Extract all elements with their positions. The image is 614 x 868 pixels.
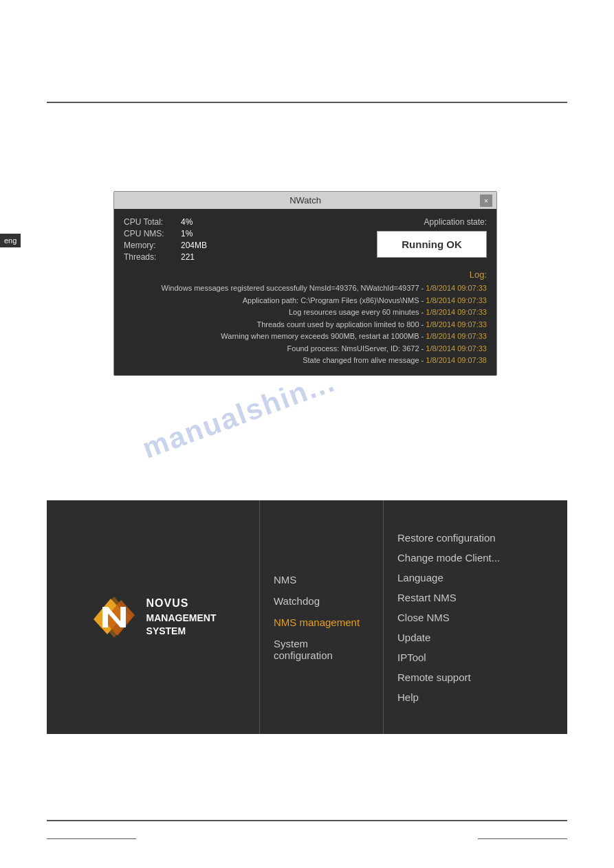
menu-right-item[interactable]: Change mode Client... (397, 552, 553, 564)
logo-line2: MANAGEMENT (146, 612, 217, 625)
menu-right-item[interactable]: Restart NMS (397, 592, 553, 603)
menu-left-item[interactable]: System configuration (274, 638, 369, 661)
bottom-divider (47, 820, 567, 821)
nwatch-main-content: CPU Total: 4% CPU NMS: 1% Memory: 204MB … (124, 217, 487, 264)
menu-left: NMSWatchdogNMS managementSystem configur… (260, 500, 384, 734)
log-entry: Threads count used by application limite… (124, 319, 487, 331)
log-entries: Windows messages registered successfully… (124, 282, 487, 366)
menu-left-item[interactable]: Watchdog (274, 595, 369, 607)
log-section: Log: Windows messages registered success… (124, 269, 487, 366)
menu-right-item[interactable]: IPTool (397, 652, 553, 663)
menu-left-item[interactable]: NMS (274, 574, 369, 586)
logo-line3: SYSTEM (146, 625, 217, 638)
log-entry: Log resources usage every 60 minutes - 1… (124, 307, 487, 318)
cpu-total-label: CPU Total: (124, 217, 175, 227)
nwatch-app-state-panel: Application state: Running OK (214, 217, 487, 264)
app-state-label: Application state: (214, 217, 487, 227)
threads-value: 221 (181, 252, 195, 262)
menu-right-item[interactable]: Help (397, 691, 553, 703)
novus-logo-icon (90, 593, 138, 641)
app-state-value: Running OK (377, 231, 487, 258)
logo-company: NOVUS (146, 596, 217, 611)
eng-tab-label: eng (4, 236, 17, 245)
watermark: manualshin... (138, 365, 340, 465)
logo-text: NOVUS MANAGEMENT SYSTEM (146, 596, 217, 638)
menu-area: NMSWatchdogNMS managementSystem configur… (260, 500, 567, 734)
menu-right-item[interactable]: Close NMS (397, 612, 553, 623)
nwatch-close-button[interactable]: × (480, 194, 492, 207)
nwatch-title: NWatch (289, 195, 321, 205)
memory-value: 204MB (181, 241, 207, 250)
footnote-right-rule (478, 838, 567, 839)
nwatch-body: CPU Total: 4% CPU NMS: 1% Memory: 204MB … (114, 209, 496, 375)
threads-stat: Threads: 221 (124, 252, 207, 262)
log-entry: Windows messages registered successfully… (124, 282, 487, 294)
nwatch-stats-panel: CPU Total: 4% CPU NMS: 1% Memory: 204MB … (124, 217, 207, 264)
cpu-nms-stat: CPU NMS: 1% (124, 229, 207, 238)
cpu-nms-label: CPU NMS: (124, 229, 175, 238)
nwatch-dialog: NWatch × CPU Total: 4% CPU NMS: 1% Memor… (113, 191, 497, 376)
footnote-left-rule (47, 838, 136, 839)
log-entry: Application path: C:\Program Files (x86)… (124, 295, 487, 307)
menu-right-item[interactable]: Restore configuration (397, 532, 553, 544)
memory-label: Memory: (124, 241, 175, 250)
logo-area: NOVUS MANAGEMENT SYSTEM (47, 500, 260, 734)
threads-label: Threads: (124, 252, 175, 262)
nwatch-titlebar: NWatch × (114, 192, 496, 209)
log-entry: State changed from alive message - 1/8/2… (124, 355, 487, 366)
log-label: Log: (124, 269, 487, 280)
cpu-total-value: 4% (181, 217, 193, 227)
menu-left-item[interactable]: NMS management (274, 616, 369, 628)
memory-stat: Memory: 204MB (124, 241, 207, 250)
eng-tab[interactable]: eng (0, 234, 21, 247)
cpu-nms-value: 1% (181, 229, 193, 238)
log-entry: Found process: NmsUIServer, ID: 3672 - 1… (124, 343, 487, 355)
bottom-panel: NOVUS MANAGEMENT SYSTEM NMSWatchdogNMS m… (47, 500, 567, 734)
log-entry: Warning when memory exceeds 900MB, resta… (124, 331, 487, 342)
menu-right-item[interactable]: Remote support (397, 671, 553, 683)
novus-logo: NOVUS MANAGEMENT SYSTEM (90, 593, 217, 641)
menu-right-item[interactable]: Language (397, 572, 553, 583)
cpu-total-stat: CPU Total: 4% (124, 217, 207, 227)
top-divider (47, 102, 567, 103)
menu-right: Restore configurationChange mode Client.… (384, 500, 567, 734)
menu-right-item[interactable]: Update (397, 632, 553, 643)
